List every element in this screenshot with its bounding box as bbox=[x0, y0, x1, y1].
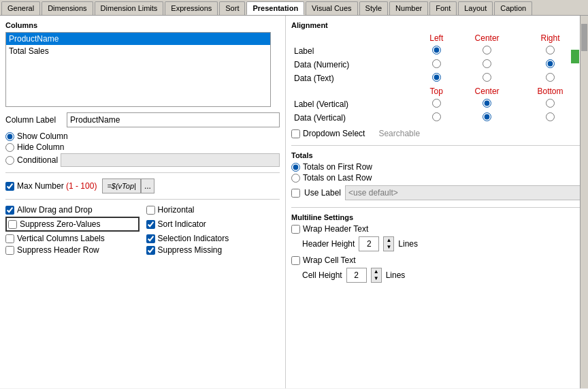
conditional-field[interactable] bbox=[61, 153, 280, 167]
numeric-center-radio[interactable] bbox=[483, 59, 491, 68]
numeric-left-radio[interactable] bbox=[432, 59, 441, 68]
dropdown-select-checkbox[interactable] bbox=[291, 129, 300, 138]
dropdown-select-label: Dropdown Select bbox=[303, 129, 365, 138]
data-text-row: Data (Text) bbox=[291, 72, 583, 85]
show-column-radio[interactable] bbox=[5, 132, 14, 141]
cell-height-spinner[interactable]: ▲ ▼ bbox=[371, 268, 382, 283]
tab-caption[interactable]: Caption bbox=[494, 1, 532, 15]
column-item-totalsales[interactable]: Total Sales bbox=[6, 45, 270, 57]
text-center-radio[interactable] bbox=[483, 73, 491, 82]
vertical-columns-row: Vertical Columns Labels bbox=[5, 234, 140, 243]
label-left-radio[interactable] bbox=[432, 46, 441, 55]
totals-last-radio[interactable] bbox=[291, 174, 300, 183]
wrap-cell-checkbox[interactable] bbox=[291, 256, 300, 265]
visibility-radio-group: Show Column Hide Column Conditional bbox=[5, 131, 280, 167]
conditional-row: Conditional bbox=[5, 153, 280, 167]
cell-height-up[interactable]: ▲ bbox=[372, 268, 381, 275]
conditional-radio[interactable] bbox=[5, 156, 14, 165]
max-number-range: (1 - 100) bbox=[66, 181, 97, 191]
label-vert-label: Label (Vertical) bbox=[291, 97, 416, 111]
tab-number[interactable]: Number bbox=[389, 1, 428, 15]
tab-presentation[interactable]: Presentation bbox=[246, 1, 304, 15]
text-right-radio[interactable] bbox=[546, 73, 555, 82]
data-top-radio[interactable] bbox=[432, 112, 441, 121]
tab-sort[interactable]: Sort bbox=[219, 1, 245, 15]
label-row-label: Label bbox=[291, 44, 416, 58]
left-panel: Columns ProductName Total Sales Column L… bbox=[0, 16, 286, 388]
suppress-missing-row: Suppress Missing bbox=[146, 245, 280, 255]
cell-height-down[interactable]: ▼ bbox=[372, 275, 381, 282]
tab-font[interactable]: Font bbox=[429, 1, 457, 15]
header-height-down[interactable]: ▼ bbox=[384, 244, 393, 251]
header-height-up[interactable]: ▲ bbox=[384, 237, 393, 244]
wrap-header-checkbox[interactable] bbox=[291, 225, 300, 234]
multiline-section: Multiline Settings Wrap Header Text Head… bbox=[291, 213, 583, 283]
columns-listbox[interactable]: ProductName Total Sales bbox=[5, 32, 271, 107]
label-top-radio[interactable] bbox=[432, 99, 441, 108]
sort-indicator-checkbox[interactable] bbox=[146, 220, 155, 229]
label-right-radio[interactable] bbox=[546, 46, 555, 55]
right-scrollbar[interactable] bbox=[580, 16, 588, 388]
tab-general[interactable]: General bbox=[1, 1, 40, 15]
cell-height-input[interactable] bbox=[346, 268, 367, 283]
column-item-productname[interactable]: ProductName bbox=[6, 33, 270, 45]
selection-indicators-checkbox[interactable] bbox=[146, 234, 155, 243]
right-separator-2 bbox=[291, 207, 583, 208]
totals-first-label: Totals on First Row bbox=[303, 162, 372, 172]
column-label-input[interactable] bbox=[67, 112, 280, 127]
text-left-radio[interactable] bbox=[432, 73, 441, 82]
max-number-row: Max Number (1 - 100) =$(vTop| ... bbox=[5, 178, 280, 193]
data-center-vert-radio[interactable] bbox=[483, 112, 491, 121]
tab-layout[interactable]: Layout bbox=[458, 1, 493, 15]
tabs-bar: GeneralDimensionsDimension LimitsExpress… bbox=[0, 0, 588, 16]
vertical-columns-label: Vertical Columns Labels bbox=[17, 234, 105, 243]
alignment-label: Alignment bbox=[291, 21, 583, 29]
conditional-label: Conditional bbox=[17, 155, 58, 165]
label-center-vert-radio[interactable] bbox=[483, 99, 491, 108]
use-label-input[interactable] bbox=[345, 185, 583, 200]
cell-height-label: Cell Height bbox=[302, 270, 342, 280]
numeric-right-radio[interactable] bbox=[546, 59, 555, 68]
label-center-radio[interactable] bbox=[483, 46, 491, 55]
label-bottom-radio[interactable] bbox=[546, 99, 555, 108]
suppress-missing-checkbox[interactable] bbox=[146, 246, 155, 255]
scrollbar-thumb[interactable] bbox=[581, 24, 587, 51]
wrap-cell-row: Wrap Cell Text bbox=[291, 255, 583, 265]
sort-indicator-row: Sort Indicator bbox=[146, 217, 280, 232]
separator-1 bbox=[5, 172, 280, 173]
data-bottom-radio[interactable] bbox=[546, 112, 555, 121]
header-height-spinner[interactable]: ▲ ▼ bbox=[383, 236, 394, 251]
vertical-columns-checkbox[interactable] bbox=[5, 234, 14, 243]
separator-2 bbox=[5, 199, 280, 200]
tab-dimension-limits[interactable]: Dimension Limits bbox=[95, 1, 164, 15]
max-number-checkbox[interactable] bbox=[5, 182, 14, 191]
horizontal-label: Horizontal bbox=[158, 205, 195, 215]
dots-button[interactable]: ... bbox=[141, 178, 154, 193]
header-lines-label: Lines bbox=[398, 239, 418, 249]
formula-text: =$(vTop| bbox=[107, 182, 136, 190]
use-label-row: Use Label bbox=[291, 185, 583, 200]
use-label-label: Use Label bbox=[304, 188, 341, 198]
hide-column-radio[interactable] bbox=[5, 143, 14, 152]
use-label-checkbox[interactable] bbox=[291, 189, 300, 198]
sort-indicator-label: Sort Indicator bbox=[158, 219, 206, 229]
horizontal-row: Horizontal bbox=[146, 205, 280, 215]
header-height-input[interactable] bbox=[359, 236, 379, 251]
wrap-header-label: Wrap Header Text bbox=[303, 224, 368, 234]
suppress-header-row: Suppress Header Row bbox=[5, 245, 140, 255]
show-column-row: Show Column bbox=[5, 131, 280, 141]
alignment-section: Alignment Left Center Right Label bbox=[291, 21, 583, 138]
formula-button[interactable]: =$(vTop| bbox=[102, 178, 141, 193]
tab-visual-cues[interactable]: Visual Cues bbox=[306, 1, 358, 15]
suppress-header-checkbox[interactable] bbox=[5, 246, 14, 255]
tab-expressions[interactable]: Expressions bbox=[165, 1, 218, 15]
col-bottom-header: Bottom bbox=[518, 85, 583, 97]
tab-dimensions[interactable]: Dimensions bbox=[42, 1, 93, 15]
tab-style[interactable]: Style bbox=[359, 1, 388, 15]
horizontal-checkbox[interactable] bbox=[146, 206, 155, 215]
totals-last-label: Totals on Last Row bbox=[303, 173, 372, 183]
header-height-row: Header Height ▲ ▼ Lines bbox=[302, 236, 583, 251]
allow-drag-drop-checkbox[interactable] bbox=[5, 206, 14, 215]
totals-first-radio[interactable] bbox=[291, 163, 300, 172]
suppress-zero-checkbox[interactable] bbox=[8, 220, 17, 229]
